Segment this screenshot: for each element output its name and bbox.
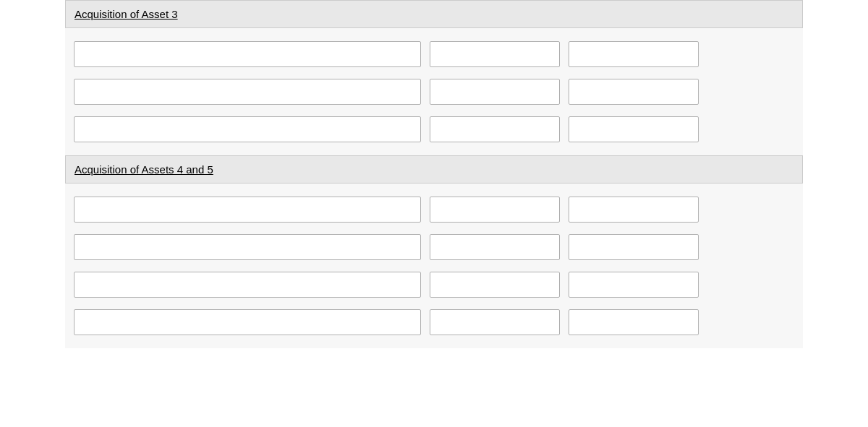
form-row: [65, 73, 803, 111]
input-field[interactable]: [74, 234, 421, 260]
page-wrapper: Acquisition of Asset 3: [0, 0, 868, 427]
input-field[interactable]: [430, 79, 560, 105]
form-row: [65, 303, 803, 341]
input-field[interactable]: [430, 234, 560, 260]
input-field[interactable]: [569, 197, 699, 223]
form-row: [65, 35, 803, 73]
input-field[interactable]: [74, 41, 421, 67]
form-row: [65, 111, 803, 148]
input-field[interactable]: [74, 272, 421, 298]
input-field[interactable]: [569, 116, 699, 142]
input-field[interactable]: [430, 197, 560, 223]
input-field[interactable]: [430, 309, 560, 335]
form-row: [65, 228, 803, 266]
input-field[interactable]: [74, 197, 421, 223]
section-body-asset3: [65, 28, 803, 155]
input-field[interactable]: [430, 116, 560, 142]
section-assets45: Acquisition of Assets 4 and 5: [65, 155, 803, 348]
section-body-assets45: [65, 184, 803, 348]
form-row: [65, 266, 803, 303]
input-field[interactable]: [74, 116, 421, 142]
section-asset3: Acquisition of Asset 3: [65, 0, 803, 155]
input-field[interactable]: [74, 79, 421, 105]
input-field[interactable]: [569, 272, 699, 298]
form-row: [65, 191, 803, 228]
input-field[interactable]: [569, 79, 699, 105]
section-header-asset3: Acquisition of Asset 3: [65, 0, 803, 28]
input-field[interactable]: [569, 309, 699, 335]
input-field[interactable]: [430, 272, 560, 298]
input-field[interactable]: [430, 41, 560, 67]
section-header-assets45: Acquisition of Assets 4 and 5: [65, 155, 803, 184]
input-field[interactable]: [569, 234, 699, 260]
input-field[interactable]: [569, 41, 699, 67]
section-title-assets45[interactable]: Acquisition of Assets 4 and 5: [75, 163, 213, 176]
input-field[interactable]: [74, 309, 421, 335]
section-title-asset3[interactable]: Acquisition of Asset 3: [75, 8, 178, 20]
